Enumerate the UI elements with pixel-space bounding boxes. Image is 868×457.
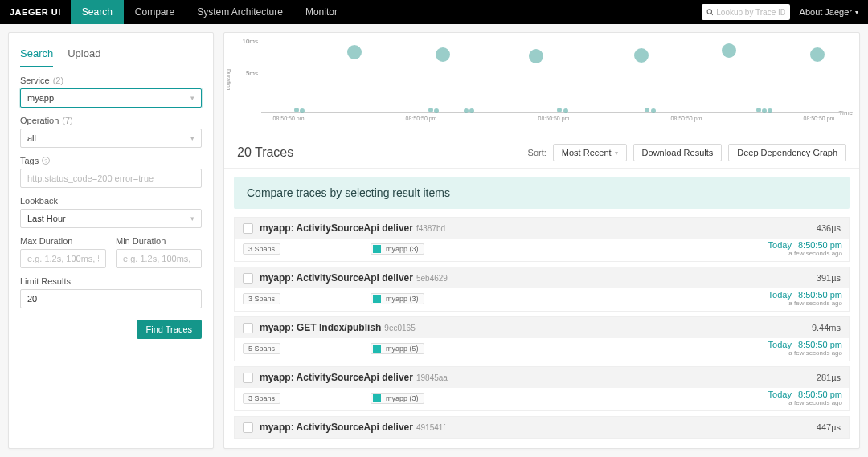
trace-item[interactable]: myapp: ActivitySourceApi deliver491541f … (234, 416, 850, 439)
svg-line-1 (711, 14, 713, 15)
chart-point[interactable] (557, 108, 562, 112)
chart-point[interactable] (563, 108, 568, 113)
chart-point[interactable] (529, 49, 543, 63)
span-badge: 3 Spans (243, 243, 280, 255)
x-tick: 08:50:50 pm (671, 116, 702, 121)
service-tag: myapp (3) (371, 243, 424, 255)
deep-dependency-button[interactable]: Deep Dependency Graph (728, 144, 846, 161)
find-traces-button[interactable]: Find Traces (137, 320, 202, 339)
scatter-chart[interactable]: Duration Time 10ms 5ms 08:50:50 pm08:50:… (224, 33, 859, 137)
search-sidebar: Search Upload Service(2) myapp▾ Operatio… (8, 32, 214, 449)
max-duration-input[interactable] (20, 249, 106, 268)
traces-count: 20 Traces (237, 145, 293, 160)
info-icon: ? (42, 157, 50, 165)
min-duration-input[interactable] (116, 249, 202, 268)
span-badge: 3 Spans (243, 393, 280, 404)
trace-item[interactable]: myapp: ActivitySourceApi deliver19845aa … (234, 366, 850, 411)
service-color-chip (373, 345, 381, 353)
trace-time: Today8:50:50 pma few seconds ago (768, 390, 842, 406)
chart-point[interactable] (347, 45, 362, 59)
limit-label: Limit Results (20, 276, 202, 286)
y-axis-label: Duration (226, 69, 231, 90)
nav-compare[interactable]: Compare (124, 0, 186, 24)
trace-id: 5eb4629 (416, 274, 448, 283)
chart-point[interactable] (768, 108, 772, 113)
tab-upload[interactable]: Upload (68, 41, 100, 67)
chart-point[interactable] (645, 108, 649, 112)
x-tick: 08:50:50 pm (803, 116, 834, 121)
trace-checkbox[interactable] (243, 422, 253, 433)
chart-point[interactable] (469, 108, 474, 113)
chart-point[interactable] (634, 48, 649, 63)
about-menu[interactable]: About Jaeger▾ (800, 7, 858, 17)
trace-checkbox[interactable] (243, 273, 253, 284)
chart-point[interactable] (428, 108, 433, 112)
results-panel: Duration Time 10ms 5ms 08:50:50 pm08:50:… (223, 32, 860, 449)
service-tag: myapp (3) (371, 393, 424, 404)
x-tick: 08:50:50 pm (273, 116, 305, 121)
chevron-down-icon: ▾ (615, 149, 618, 157)
chart-point[interactable] (434, 108, 439, 113)
trace-id: 9ec0165 (384, 324, 415, 333)
chart-point[interactable] (722, 43, 736, 58)
service-label: Service (20, 75, 50, 85)
nav-search[interactable]: Search (71, 0, 124, 24)
lookback-select[interactable]: Last Hour▾ (20, 209, 202, 228)
trace-checkbox[interactable] (243, 373, 253, 383)
x-tick: 08:50:50 pm (538, 116, 570, 121)
service-tag: myapp (5) (371, 343, 424, 354)
download-results-button[interactable]: Download Results (633, 144, 723, 161)
chart-point[interactable] (436, 47, 450, 62)
trace-checkbox[interactable] (243, 323, 253, 333)
trace-id: f4387bd (416, 224, 445, 233)
trace-time: Today8:50:50 pma few seconds ago (768, 290, 842, 307)
top-nav: JAEGER UI Search Compare System Architec… (0, 0, 868, 24)
brand-logo: JAEGER UI (10, 7, 61, 17)
trace-title: myapp: ActivitySourceApi deliver5eb4629 (260, 272, 448, 284)
limit-input[interactable] (20, 289, 202, 308)
service-color-chip (373, 394, 381, 402)
chart-point[interactable] (810, 47, 825, 62)
trace-title: myapp: ActivitySourceApi deliver491541f (260, 422, 445, 433)
operation-label: Operation (20, 116, 59, 125)
trace-lookup[interactable] (702, 4, 790, 20)
chart-point[interactable] (756, 108, 761, 112)
operation-select[interactable]: all▾ (20, 129, 202, 148)
svg-point-0 (707, 10, 711, 14)
tags-input[interactable] (20, 169, 202, 188)
trace-checkbox[interactable] (243, 223, 253, 234)
trace-lookup-input[interactable] (716, 8, 784, 17)
nav-architecture[interactable]: System Architecture (186, 0, 294, 24)
chart-point[interactable] (762, 108, 767, 113)
service-color-chip (373, 245, 381, 253)
chevron-down-icon: ▾ (190, 134, 194, 142)
trace-item[interactable]: myapp: ActivitySourceApi deliver5eb4629 … (234, 267, 850, 312)
span-badge: 5 Spans (243, 343, 280, 354)
trace-item[interactable]: myapp: ActivitySourceApi deliverf4387bd … (234, 217, 850, 262)
compare-banner: Compare traces by selecting result items (234, 177, 850, 209)
chart-point[interactable] (294, 108, 299, 112)
nav-monitor[interactable]: Monitor (294, 0, 349, 24)
trace-item[interactable]: myapp: GET Index/publish9ec0165 9.44ms 5… (234, 316, 850, 361)
trace-title: myapp: GET Index/publish9ec0165 (260, 322, 416, 333)
trace-time: Today8:50:50 pma few seconds ago (768, 340, 842, 357)
trace-duration: 281µs (817, 373, 841, 382)
trace-duration: 447µs (817, 422, 841, 432)
min-duration-label: Min Duration (116, 236, 202, 246)
trace-id: 19845aa (416, 373, 448, 382)
chevron-down-icon: ▾ (855, 9, 858, 16)
chart-point[interactable] (300, 108, 305, 113)
tags-label: Tags (20, 156, 39, 165)
tab-search[interactable]: Search (20, 41, 53, 67)
sort-select[interactable]: Most Recent▾ (553, 144, 627, 161)
trace-duration: 9.44ms (812, 323, 841, 333)
chart-point[interactable] (464, 108, 469, 113)
trace-title: myapp: ActivitySourceApi deliverf4387bd (260, 222, 445, 234)
chart-point[interactable] (651, 108, 656, 113)
service-tag: myapp (3) (371, 293, 424, 304)
service-select[interactable]: myapp▾ (20, 88, 202, 108)
trace-title: myapp: ActivitySourceApi deliver19845aa (260, 372, 448, 383)
chevron-down-icon: ▾ (190, 94, 194, 102)
search-icon (706, 8, 714, 16)
trace-time: Today8:50:50 pma few seconds ago (768, 240, 842, 257)
